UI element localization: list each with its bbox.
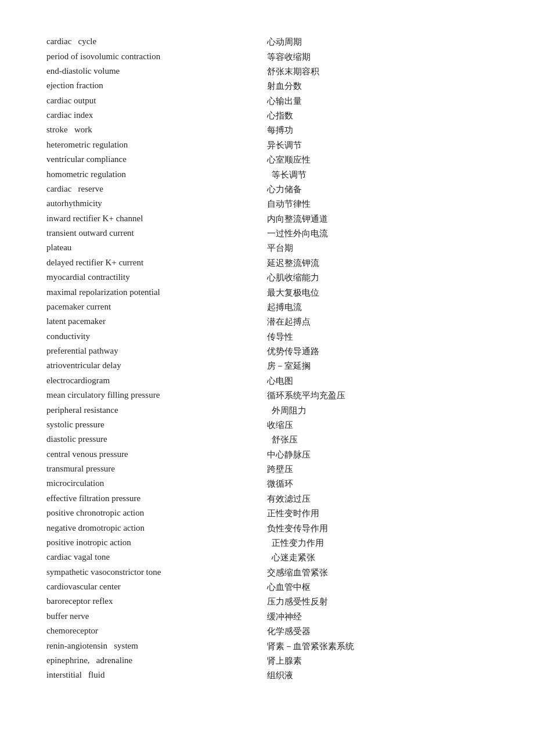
table-row: inward rectifier K+ channel内向整流钾通道 bbox=[46, 212, 488, 226]
table-row: interstitial fluid组织液 bbox=[46, 668, 488, 683]
english-term: plateau bbox=[46, 241, 267, 255]
chinese-term: 肾上腺素 bbox=[267, 654, 488, 668]
chinese-term: 化学感受器 bbox=[267, 624, 488, 639]
english-term: interstitial fluid bbox=[46, 668, 267, 683]
chinese-term: 舒张末期容积 bbox=[267, 64, 488, 79]
table-row: maximal repolarization potential最大复极电位 bbox=[46, 285, 488, 300]
table-row: period of isovolumic contraction等容收缩期 bbox=[46, 49, 488, 64]
chinese-term: 等长调节 bbox=[267, 167, 488, 182]
english-term: ventricular compliance bbox=[46, 153, 267, 167]
english-term: homometric regulation bbox=[46, 167, 267, 182]
table-row: delayed rectifier K+ current延迟整流钾流 bbox=[46, 256, 488, 271]
english-term: cardiac output bbox=[46, 94, 267, 109]
english-term: conductivity bbox=[46, 330, 267, 344]
chinese-term: 正性变力作用 bbox=[267, 536, 488, 550]
english-term: baroreceptor reflex bbox=[46, 595, 267, 609]
chinese-term: 中心静脉压 bbox=[267, 448, 488, 462]
chinese-term: 延迟整流钾流 bbox=[267, 256, 488, 271]
english-term: transient outward current bbox=[46, 226, 267, 241]
english-term: cardiac vagal tone bbox=[46, 550, 267, 565]
english-term: chemoreceptor bbox=[46, 624, 267, 639]
chinese-term: 射血分数 bbox=[267, 79, 488, 93]
chinese-term: 等容收缩期 bbox=[267, 49, 488, 64]
table-row: microcirculation微循环 bbox=[46, 477, 488, 491]
english-term: positive chronotropic action bbox=[46, 506, 267, 521]
table-row: ventricular compliance心室顺应性 bbox=[46, 153, 488, 167]
chinese-term: 心肌收缩能力 bbox=[267, 271, 488, 285]
english-term: electrocardiogram bbox=[46, 374, 267, 388]
table-row: cardiovascular center心血管中枢 bbox=[46, 580, 488, 595]
chinese-term: 心血管中枢 bbox=[267, 580, 488, 595]
english-term: cardiac reserve bbox=[46, 182, 267, 197]
table-row: conductivity传导性 bbox=[46, 330, 488, 344]
english-term: mean circulatory filling pressure bbox=[46, 388, 267, 403]
english-term: negative dromotropic action bbox=[46, 521, 267, 535]
english-term: ejection fraction bbox=[46, 79, 267, 93]
english-term: epinephrine, adrenaline bbox=[46, 654, 267, 668]
english-term: period of isovolumic contraction bbox=[46, 49, 267, 64]
table-row: homometric regulation 等长调节 bbox=[46, 167, 488, 182]
chinese-term: 循环系统平均充盈压 bbox=[267, 388, 488, 403]
table-row: plateau平台期 bbox=[46, 241, 488, 255]
table-row: preferential pathway优势传导通路 bbox=[46, 344, 488, 359]
chinese-term: 心室顺应性 bbox=[267, 153, 488, 167]
english-term: cardiac index bbox=[46, 109, 267, 123]
table-row: positive inotropic action 正性变力作用 bbox=[46, 536, 488, 550]
table-row: baroreceptor reflex压力感受性反射 bbox=[46, 595, 488, 609]
english-term: myocardial contractility bbox=[46, 271, 267, 285]
table-row: mean circulatory filling pressure循环系统平均充… bbox=[46, 388, 488, 403]
table-row: cardiac output心输出量 bbox=[46, 94, 488, 109]
table-row: autorhythmicity自动节律性 bbox=[46, 197, 488, 211]
chinese-term: 内向整流钾通道 bbox=[267, 212, 488, 226]
table-row: diastolic pressure 舒张压 bbox=[46, 433, 488, 447]
chinese-term: 收缩压 bbox=[267, 418, 488, 433]
english-term: central venous pressure bbox=[46, 448, 267, 462]
table-row: systolic pressure收缩压 bbox=[46, 418, 488, 433]
table-row: peripheral resistance 外周阻力 bbox=[46, 403, 488, 417]
table-row: renin-angiotensin system肾素－血管紧张素系统 bbox=[46, 639, 488, 653]
chinese-term: 缓冲神经 bbox=[267, 610, 488, 624]
english-term: effective filtration pressure bbox=[46, 492, 267, 506]
table-row: transmural pressure跨壁压 bbox=[46, 462, 488, 477]
english-term: stroke work bbox=[46, 123, 267, 138]
english-term: microcirculation bbox=[46, 477, 267, 491]
table-row: stroke work每搏功 bbox=[46, 123, 488, 138]
table-row: cardiac cycle心动周期 bbox=[46, 35, 488, 49]
chinese-term: 心输出量 bbox=[267, 94, 488, 109]
english-term: cardiovascular center bbox=[46, 580, 267, 595]
english-term: cardiac cycle bbox=[46, 35, 267, 49]
english-term: heterometric regulation bbox=[46, 138, 267, 153]
chinese-term: 外周阻力 bbox=[267, 403, 488, 417]
chinese-term: 舒张压 bbox=[267, 433, 488, 447]
table-row: positive chronotropic action正性变时作用 bbox=[46, 506, 488, 521]
english-term: sympathetic vasoconstrictor tone bbox=[46, 566, 267, 580]
table-row: end-diastolic volume舒张末期容积 bbox=[46, 64, 488, 79]
chinese-term: 自动节律性 bbox=[267, 197, 488, 211]
glossary-table: cardiac cycle心动周期period of isovolumic co… bbox=[46, 35, 488, 683]
english-term: maximal repolarization potential bbox=[46, 285, 267, 300]
table-row: buffer nerve缓冲神经 bbox=[46, 610, 488, 624]
table-row: cardiac reserve心力储备 bbox=[46, 182, 488, 197]
english-term: positive inotropic action bbox=[46, 536, 267, 550]
english-term: transmural pressure bbox=[46, 462, 267, 477]
chinese-term: 交感缩血管紧张 bbox=[267, 566, 488, 580]
chinese-term: 压力感受性反射 bbox=[267, 595, 488, 609]
chinese-term: 优势传导通路 bbox=[267, 344, 488, 359]
chinese-term: 有效滤过压 bbox=[267, 492, 488, 506]
table-row: cardiac index心指数 bbox=[46, 109, 488, 123]
chinese-term: 组织液 bbox=[267, 668, 488, 683]
table-row: effective filtration pressure有效滤过压 bbox=[46, 492, 488, 506]
chinese-term: 房－室延搁 bbox=[267, 359, 488, 373]
table-row: ejection fraction射血分数 bbox=[46, 79, 488, 93]
english-term: delayed rectifier K+ current bbox=[46, 256, 267, 271]
english-term: pacemaker current bbox=[46, 300, 267, 315]
table-row: central venous pressure中心静脉压 bbox=[46, 448, 488, 462]
chinese-term: 平台期 bbox=[267, 241, 488, 255]
chinese-term: 一过性外向电流 bbox=[267, 226, 488, 241]
table-row: epinephrine, adrenaline肾上腺素 bbox=[46, 654, 488, 668]
table-row: electrocardiogram心电图 bbox=[46, 374, 488, 388]
table-row: chemoreceptor化学感受器 bbox=[46, 624, 488, 639]
chinese-term: 传导性 bbox=[267, 330, 488, 344]
chinese-term: 正性变时作用 bbox=[267, 506, 488, 521]
table-row: pacemaker current起搏电流 bbox=[46, 300, 488, 315]
